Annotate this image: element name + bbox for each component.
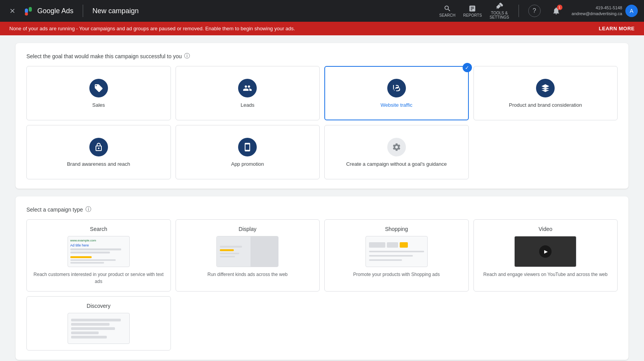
svg-point-3 <box>25 12 28 16</box>
campaign-type-help-icon[interactable]: ⓘ <box>85 206 91 213</box>
leads-label: Leads <box>241 102 254 108</box>
search-line3 <box>70 259 116 261</box>
main-content: Select the goal that would make this cam… <box>0 35 644 361</box>
disp-line2 <box>220 253 239 254</box>
display-image-area <box>251 236 278 267</box>
campaign-type-section: Select a campaign type ⓘ Search www.exam… <box>16 196 628 360</box>
sales-label: Sales <box>92 102 105 108</box>
app-promotion-label: App promotion <box>231 161 264 167</box>
search-desc: Reach customers interested in your produ… <box>33 271 164 285</box>
campaign-card-shopping[interactable]: Shopping Promote your products with Shop… <box>324 219 469 292</box>
video-play-button <box>539 245 552 258</box>
disc-line1 <box>71 319 121 321</box>
help-button[interactable]: ? <box>528 5 541 17</box>
top-navigation: Google Ads New campaign SEARCH REPORTS T… <box>0 0 644 22</box>
website-traffic-label: Website traffic <box>381 102 413 108</box>
no-goal-icon-circle <box>387 138 406 156</box>
user-phone: 419-451-5148 <box>572 5 622 11</box>
empty-slot-4 <box>473 296 618 351</box>
website-traffic-icon-circle <box>387 79 406 97</box>
display-title: Display <box>238 226 256 232</box>
shop-line1 <box>369 251 424 252</box>
product-brand-icon-circle <box>536 79 555 97</box>
goal-card-sales[interactable]: Sales <box>26 66 171 120</box>
campaign-type-label: Select a campaign type ⓘ <box>26 206 618 213</box>
goal-grid-empty-slot <box>473 125 618 179</box>
goal-help-icon[interactable]: ⓘ <box>184 52 190 60</box>
brand-awareness-icon-circle <box>89 138 108 156</box>
empty-slot-3 <box>324 296 469 351</box>
nav-icon-group: SEARCH REPORTS TOOLS & SETTINGS <box>439 2 509 19</box>
shop-line3 <box>369 259 402 261</box>
discovery-title: Discovery <box>87 303 110 309</box>
search-line4 <box>70 262 104 264</box>
shop-bar1 <box>369 242 386 248</box>
google-ads-logo: Google Ads <box>23 5 73 16</box>
discovery-ad-preview <box>68 313 130 344</box>
close-button[interactable] <box>6 5 19 17</box>
goal-card-no-goal[interactable]: Create a campaign without a goal's guida… <box>324 125 469 179</box>
goal-grid-row2: Brand awareness and reach App promotion … <box>26 125 618 179</box>
goal-card-brand-awareness[interactable]: Brand awareness and reach <box>26 125 171 179</box>
nav-actions: SEARCH REPORTS TOOLS & SETTINGS ? 1 419-… <box>439 2 638 19</box>
user-info: 419-451-5148 andrew@dmadvertising.ca <box>572 5 622 17</box>
search-ad-preview: www.example.com Ad title here <box>68 236 130 267</box>
campaign-type-grid: Search www.example.com Ad title here Rea… <box>26 219 618 292</box>
search-preview-title: Ad title here <box>70 243 127 247</box>
goal-section-label: Select the goal that would make this cam… <box>26 52 618 60</box>
reports-nav-button[interactable]: REPORTS <box>463 5 482 17</box>
disc-line4 <box>71 331 99 334</box>
display-desc: Run different kinds ads across the web <box>207 271 288 278</box>
nav-divider <box>83 5 83 17</box>
shopping-ad-preview <box>366 236 428 267</box>
shop-highlight <box>400 242 408 248</box>
nav-separator <box>519 5 519 17</box>
shop-bar2 <box>387 242 398 248</box>
shopping-desc: Promote your products with Shopping ads <box>353 271 440 278</box>
goal-card-website-traffic[interactable]: ✓ Website traffic <box>324 66 469 120</box>
goal-card-product-brand[interactable]: Product and brand consideration <box>473 66 618 120</box>
goal-card-leads[interactable]: Leads <box>176 66 320 120</box>
search-preview-url: www.example.com <box>70 239 127 242</box>
tools-settings-nav-button[interactable]: TOOLS & SETTINGS <box>490 2 509 19</box>
app-promotion-icon-circle <box>238 138 257 156</box>
campaign-type-row2: Discovery <box>26 296 618 351</box>
notifications-button[interactable]: 1 <box>550 5 562 17</box>
campaign-card-display[interactable]: Display Run different kinds ads across t… <box>176 219 320 292</box>
shopping-bars-top <box>369 242 424 248</box>
campaign-card-search[interactable]: Search www.example.com Ad title here Rea… <box>26 219 171 292</box>
campaign-card-video[interactable]: Video Reach and engage viewers on YouTub… <box>473 219 618 292</box>
sales-icon-circle <box>89 79 108 97</box>
disc-line5 <box>71 336 107 338</box>
page-title: New campaign <box>92 7 139 15</box>
disp-line1 <box>220 246 242 248</box>
logo-text: Google Ads <box>37 7 73 15</box>
goal-section: Select the goal that would make this cam… <box>16 43 628 189</box>
user-email: andrew@dmadvertising.ca <box>572 11 622 17</box>
search-nav-button[interactable]: SEARCH <box>439 5 456 17</box>
selected-check: ✓ <box>463 63 472 72</box>
empty-slot-2 <box>176 296 320 351</box>
search-highlight1 <box>70 256 92 258</box>
search-preview-line1 <box>70 248 121 250</box>
search-preview-line2 <box>70 252 110 253</box>
search-title: Search <box>90 226 107 232</box>
video-title: Video <box>538 226 552 232</box>
notification-badge: 1 <box>557 5 562 10</box>
display-content-area <box>217 236 251 267</box>
disc-line2 <box>71 323 110 326</box>
user-menu[interactable]: 419-451-5148 andrew@dmadvertising.ca A <box>572 5 638 17</box>
alert-banner: None of your ads are running - Your camp… <box>0 22 644 35</box>
product-brand-label: Product and brand consideration <box>509 102 582 108</box>
no-goal-label: Create a campaign without a goal's guida… <box>346 161 447 167</box>
learn-more-link[interactable]: LEARN MORE <box>599 26 635 31</box>
disc-line3 <box>71 327 115 330</box>
shopping-title: Shopping <box>385 226 408 232</box>
goal-grid-row1: Sales Leads ✓ Website traffic <box>26 66 618 120</box>
goal-card-app-promotion[interactable]: App promotion <box>176 125 320 179</box>
video-desc: Reach and engage viewers on YouTube and … <box>483 271 607 278</box>
shop-line2 <box>369 255 413 257</box>
leads-icon-circle <box>238 79 257 97</box>
campaign-card-discovery[interactable]: Discovery <box>26 296 171 351</box>
alert-message: None of your ads are running - Your camp… <box>9 26 295 31</box>
